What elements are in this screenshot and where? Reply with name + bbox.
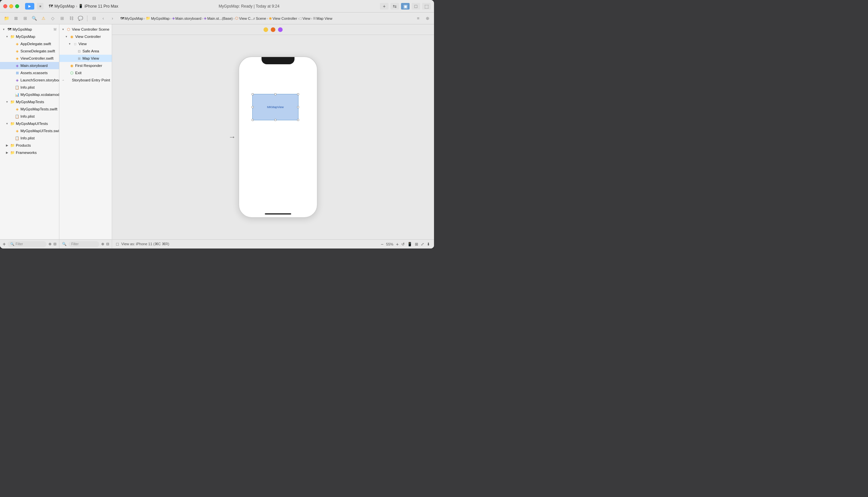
tree-item-mygpsmap-group[interactable]: ▾ 📁 MyGpsMap <box>0 33 59 40</box>
tree-item-entry-point[interactable]: → Storyboard Entry Point <box>59 76 112 84</box>
breadcrumb-item-folder[interactable]: 📁 MyGpsMap <box>146 16 169 20</box>
filter-icon[interactable]: ⊟ <box>53 242 56 246</box>
handle-tl[interactable] <box>252 93 254 95</box>
zoom-out-button[interactable]: − <box>381 242 383 247</box>
scene-filter-btn[interactable]: 🔍 <box>62 242 67 246</box>
tree-item-uitests-swift[interactable]: ▾ ◈ MyGpsMapUITests.swift <box>0 127 59 134</box>
tree-item-tests-swift[interactable]: ▾ ◈ MyGpsMapTests.swift <box>0 105 59 113</box>
grid-view-icon[interactable]: ⊟ <box>90 14 98 23</box>
link-icon[interactable]: ⛓ <box>67 14 75 23</box>
breadcrumb-item-view[interactable]: □ View <box>300 16 310 20</box>
tree-item-exit[interactable]: ▾ ⬡ Exit <box>59 69 112 76</box>
breadcrumb-item-mapview[interactable]: ⊞ Map View <box>313 16 333 20</box>
filter-options-button[interactable]: ⊕ <box>48 242 52 246</box>
lock-icon[interactable]: ⤢ <box>421 242 424 246</box>
grid-icon[interactable]: ⊞ <box>58 14 66 23</box>
traffic-lights <box>3 4 19 8</box>
handle-ml[interactable] <box>252 106 254 108</box>
tree-root[interactable]: ▾ 🗺 MyGpsMap M <box>0 26 59 33</box>
diff-icon[interactable]: ⊠ <box>12 14 20 23</box>
scene-icon: ⬡ <box>66 27 71 32</box>
folder-icon[interactable]: 📁 <box>3 14 11 23</box>
layout-button-3[interactable]: ⬚ <box>422 3 431 10</box>
diamond-icon[interactable]: ◇ <box>49 14 57 23</box>
hierarchy-icon[interactable]: ⊞ <box>21 14 29 23</box>
title-bar: ▶ ■ 🗺 MyGpsMap › 📱 iPhone 11 Pro Max MyG… <box>0 0 434 13</box>
tree-item-map-view[interactable]: ▾ ⊞ Map View <box>59 55 112 62</box>
expand-icon[interactable]: ⊞ <box>415 242 418 246</box>
handle-bm[interactable] <box>275 119 276 121</box>
scene-filter[interactable]: Filter <box>69 241 99 247</box>
tests-folder-icon: 📁 <box>10 99 15 104</box>
tree-item-view[interactable]: ▾ □ View <box>59 40 112 47</box>
layout-button-2[interactable]: □ <box>411 3 420 10</box>
scene-options-btn[interactable]: ⊕ <box>101 242 104 246</box>
tree-item-first-responder[interactable]: ▾ ◉ First Responder <box>59 62 112 69</box>
add-button[interactable]: + <box>380 3 389 10</box>
iphone-notch <box>262 57 294 64</box>
tree-item-uitests-group[interactable]: ▾ 📁 MyGpsMapUITests <box>0 120 59 127</box>
run-button[interactable]: ▶ <box>25 3 34 10</box>
comment-icon[interactable]: 💬 <box>76 14 84 23</box>
tree-item-appdelegate[interactable]: ▾ ◈ AppDelegate.swift <box>0 40 59 47</box>
tree-item-tests-plist[interactable]: ▾ 📋 Info.plist <box>0 113 59 120</box>
add-file-button[interactable]: + <box>3 241 5 247</box>
swift-icon-3: ◈ <box>14 56 20 61</box>
tree-item-frameworks-group[interactable]: ▶ 📁 Frameworks <box>0 149 59 156</box>
tree-item-uitests-plist[interactable]: ▾ 📋 Info.plist <box>0 134 59 142</box>
close-button[interactable] <box>3 4 7 8</box>
zoom-in-button[interactable]: + <box>396 242 399 247</box>
forward-button[interactable]: › <box>109 14 116 23</box>
panel-toggle-icon[interactable]: □ <box>116 242 119 246</box>
tree-item-datamodel[interactable]: ▾ 📊 MyGpsMap.xcdatamodeld <box>0 91 59 98</box>
root-badge: M <box>54 28 56 31</box>
swift-icon: ◈ <box>14 41 20 46</box>
handle-br[interactable] <box>297 119 299 121</box>
tree-item-vc-scene[interactable]: ▾ ⬡ View Controller Scene <box>59 26 112 33</box>
handle-tm[interactable] <box>275 93 276 95</box>
tests-swift-icon: ◈ <box>14 106 20 112</box>
iphone-mockup[interactable]: MKMapView <box>238 56 318 218</box>
mk-map-view[interactable]: MKMapView <box>252 94 298 120</box>
search-icon[interactable]: 🔍 <box>30 14 38 23</box>
breadcrumb-item-scene[interactable]: ⬡ View C...r Scene <box>235 16 266 20</box>
scene-filter-label: Filter <box>71 242 79 246</box>
handle-bl[interactable] <box>252 119 254 121</box>
tree-item-main-storyboard[interactable]: ▾ ◈ Main.storyboard <box>0 62 59 69</box>
handle-tr[interactable] <box>297 93 299 95</box>
refresh-icon[interactable]: ↺ <box>401 242 405 246</box>
scene-filter-icon[interactable]: ⊟ <box>106 242 109 246</box>
list-icon[interactable]: ≡ <box>414 14 422 23</box>
download-icon[interactable]: ⬇ <box>427 242 430 246</box>
minimize-button[interactable] <box>9 4 13 8</box>
tree-item-viewcontroller[interactable]: ▾ ◈ ViewController.swift <box>0 55 59 62</box>
tree-item-vc[interactable]: ▾ ◉ View Controller <box>59 33 112 40</box>
tree-item-tests-group[interactable]: ▾ 📁 MyGpsMapTests <box>0 98 59 105</box>
breadcrumb-item-storyboard[interactable]: ◈ Main.storyboard <box>172 16 201 20</box>
view-icon: □ <box>72 41 78 46</box>
canvas-content[interactable]: → <box>112 35 434 239</box>
nav-filter[interactable]: 🔍 Filter <box>8 241 46 247</box>
split-button[interactable]: ⇆ <box>391 3 399 10</box>
breadcrumb-item-project[interactable]: 🗺 MyGpsMap <box>121 16 143 20</box>
inspector-icon[interactable]: ⊕ <box>423 14 431 23</box>
device-icon[interactable]: 📱 <box>407 242 412 246</box>
tree-item-assets[interactable]: ▾ ⊞ Assets.xcassets <box>0 69 59 76</box>
back-button[interactable]: ‹ <box>99 14 107 23</box>
breadcrumb-item-base[interactable]: ◈ Main.st...(Base) <box>204 16 233 20</box>
entry-point-arrow: → <box>228 133 236 141</box>
scheme-selector[interactable]: 🗺 MyGpsMap › 📱 iPhone 11 Pro Max <box>49 4 118 9</box>
tree-item-infoplist[interactable]: ▾ 📋 Info.plist <box>0 84 59 91</box>
warning-icon[interactable]: ⚠ <box>40 14 47 23</box>
tree-item-scenedelegate[interactable]: ▾ ◈ SceneDelegate.swift <box>0 47 59 55</box>
stop-button[interactable]: ■ <box>37 3 43 10</box>
maximize-button[interactable] <box>15 4 19 8</box>
layout-button-1[interactable]: ▣ <box>401 3 410 10</box>
breadcrumb-item-vc[interactable]: ◉ View Controller <box>269 16 297 20</box>
handle-mr[interactable] <box>297 106 299 108</box>
uitests-arrow: ▾ <box>5 121 9 126</box>
dot-purple <box>278 27 283 32</box>
tree-item-products-group[interactable]: ▶ 📁 Products <box>0 142 59 149</box>
tree-item-safe-area[interactable]: ▾ ⊡ Safe Area <box>59 47 112 55</box>
tree-item-launchscreen[interactable]: ▾ ◈ LaunchScreen.storyboard <box>0 76 59 84</box>
